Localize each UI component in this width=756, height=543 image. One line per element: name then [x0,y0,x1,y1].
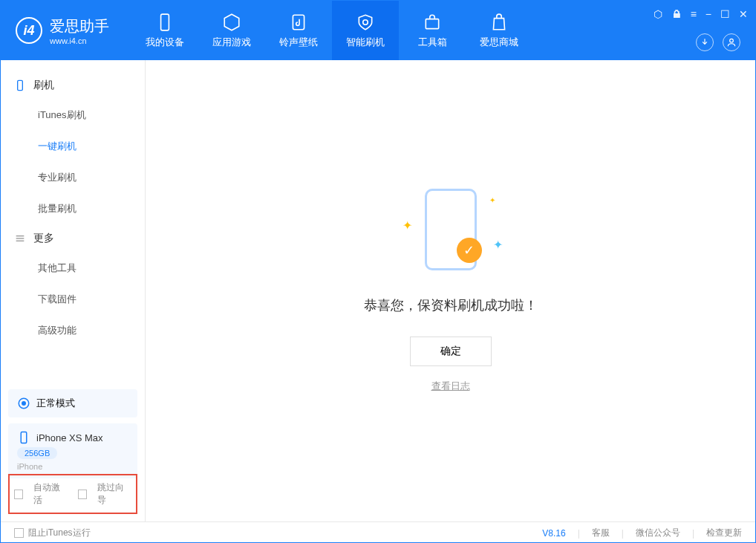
tshirt-icon[interactable]: ⬡ [654,8,662,20]
sidebar-item-other-tools[interactable]: 其他工具 [1,253,145,284]
nav-tabs: 我的设备 应用游戏 铃声壁纸 智能刷机 工具箱 爱思商城 [131,1,532,60]
toolbox-icon [423,13,442,32]
skip-guide-checkbox[interactable] [78,490,87,499]
mode-box[interactable]: 正常模式 [8,389,137,417]
tab-store[interactable]: 爱思商城 [466,1,532,60]
normal-mode-icon [17,397,30,410]
music-file-icon [289,13,308,32]
app-name: 爱思助手 [50,16,109,36]
device-info-area: 正常模式 iPhone XS Max 256GB iPhone [8,389,137,478]
checkbox-highlight-row: 自动激活 跳过向导 [8,474,137,514]
support-link[interactable]: 客服 [592,527,610,539]
success-illustration: ✦ ✦ ✦ ✓ [399,189,503,278]
list-icon [14,233,26,244]
footer-left: 阻止iTunes运行 [14,527,91,539]
tab-label: 爱思商城 [480,36,518,49]
svg-rect-10 [21,432,27,443]
download-button[interactable] [696,33,714,51]
tab-toolbox[interactable]: 工具箱 [399,1,466,60]
svg-rect-4 [18,80,23,90]
app-domain: www.i4.cn [50,36,109,45]
device-box[interactable]: iPhone XS Max 256GB iPhone [8,423,137,478]
auto-activate-checkbox[interactable] [14,490,23,499]
maximize-icon[interactable]: ☐ [720,8,730,20]
mode-label: 正常模式 [36,397,75,410]
logo-area: i4 爱思助手 www.i4.cn [1,16,124,45]
bag-icon [489,13,509,32]
section-flash-title: 刷机 [1,71,145,100]
svg-rect-0 [161,14,169,30]
device-icon [14,79,26,91]
window-controls: ⬡ 🔒︎ ≡ − ☐ ✕ [654,8,748,20]
tab-label: 工具箱 [418,36,447,49]
skip-guide-label: 跳过向导 [97,481,131,507]
block-itunes-checkbox[interactable] [14,528,24,538]
sidebar-item-pro-flash[interactable]: 专业刷机 [1,162,145,193]
svg-point-9 [22,402,26,406]
svg-rect-2 [426,19,438,28]
svg-rect-1 [293,15,304,30]
user-icon [726,37,737,48]
lock-icon[interactable]: 🔒︎ [671,8,682,20]
view-log-link[interactable]: 查看日志 [431,380,470,393]
tab-flash[interactable]: 智能刷机 [332,1,399,60]
phone-icon [155,13,175,32]
app-header: i4 爱思助手 www.i4.cn 我的设备 应用游戏 铃声壁纸 智能刷机 工具… [1,1,755,60]
profile-button[interactable] [723,33,740,51]
sidebar-item-oneclick-flash[interactable]: 一键刷机 [1,131,145,162]
tab-my-device[interactable]: 我的设备 [131,1,198,60]
footer: 阻止iTunes运行 V8.16 | 客服 | 微信公众号 | 检查更新 [1,521,755,543]
refresh-shield-icon [356,13,375,32]
section-more-title: 更多 [1,224,145,253]
tab-ringtones[interactable]: 铃声壁纸 [265,1,332,60]
main-content: ✦ ✦ ✦ ✓ 恭喜您，保资料刷机成功啦！ 确定 查看日志 [146,60,755,521]
tab-label: 应用游戏 [212,36,251,49]
check-update-link[interactable]: 检查更新 [706,527,742,539]
storage-badge: 256GB [17,447,57,459]
device-type: iPhone [17,462,128,471]
tab-label: 智能刷机 [346,36,385,49]
minimize-icon[interactable]: − [706,8,711,20]
sidebar-item-advanced[interactable]: 高级功能 [1,315,145,346]
tab-apps[interactable]: 应用游戏 [198,1,265,60]
block-itunes-label: 阻止iTunes运行 [28,527,91,539]
version-label: V8.16 [542,528,565,539]
success-message: 恭喜您，保资料刷机成功啦！ [364,296,538,314]
sparkle-icon: ✦ [489,196,495,204]
sidebar-item-download-firmware[interactable]: 下载固件 [1,284,145,315]
sidebar: 刷机 iTunes刷机 一键刷机 专业刷机 批量刷机 更多 其他工具 下载固件 … [1,60,146,521]
app-logo-icon: i4 [16,17,42,44]
close-icon[interactable]: ✕ [739,8,748,20]
iphone-icon [17,431,30,444]
sparkle-icon: ✦ [403,218,412,233]
body-area: 刷机 iTunes刷机 一键刷机 专业刷机 批量刷机 更多 其他工具 下载固件 … [1,60,755,521]
ok-button[interactable]: 确定 [410,336,492,366]
sidebar-item-batch-flash[interactable]: 批量刷机 [1,193,145,224]
sidebar-item-itunes-flash[interactable]: iTunes刷机 [1,100,145,131]
wechat-link[interactable]: 微信公众号 [636,527,680,539]
device-name: iPhone XS Max [36,432,103,443]
menu-icon[interactable]: ≡ [691,8,697,20]
tab-label: 铃声壁纸 [279,36,318,49]
download-icon [700,37,710,48]
success-check-icon: ✓ [457,238,482,263]
header-action-circles [696,33,740,51]
auto-activate-label: 自动激活 [33,481,68,507]
footer-right: V8.16 | 客服 | 微信公众号 | 检查更新 [542,527,742,539]
sparkle-icon: ✦ [493,238,503,252]
tab-label: 我的设备 [146,36,184,49]
cube-icon [222,13,241,32]
svg-point-3 [730,39,734,42]
